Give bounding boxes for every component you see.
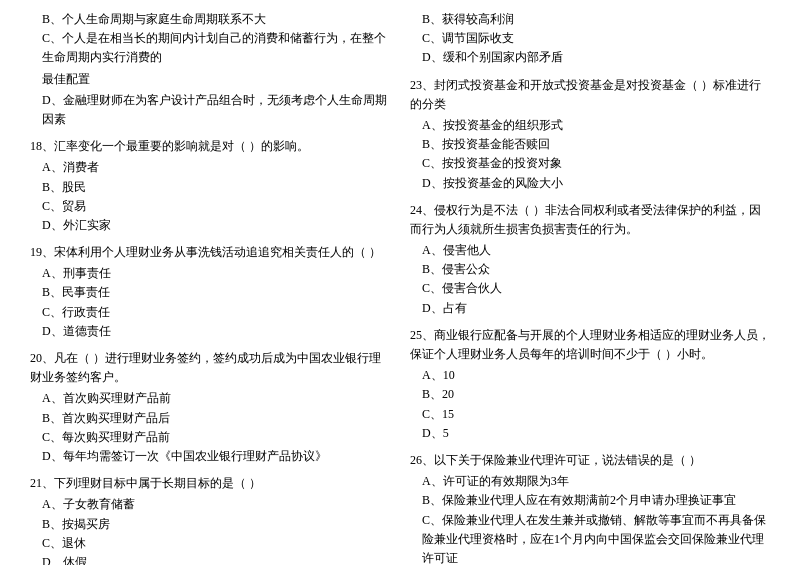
q19-d: D、道德责任 (30, 322, 390, 341)
right-intro-c: C、调节国际收支 (410, 29, 770, 48)
right-intro-d: D、缓和个别国家内部矛盾 (410, 48, 770, 67)
q18-title: 18、汇率变化一个最重要的影响就是对（ ）的影响。 (30, 137, 390, 156)
q24-b: B、侵害公众 (410, 260, 770, 279)
q19-c: C、行政责任 (30, 303, 390, 322)
question-25: 25、商业银行应配备与开展的个人理财业务相适应的理财业务人员，保证个人理财业务人… (410, 326, 770, 443)
q19-a: A、刑事责任 (30, 264, 390, 283)
q21-b: B、按揭买房 (30, 515, 390, 534)
q25-c: C、15 (410, 405, 770, 424)
left-column: B、个人生命周期与家庭生命周期联系不大 C、个人是在相当长的期间内计划自己的消费… (30, 10, 390, 565)
q19-b: B、民事责任 (30, 283, 390, 302)
right-intro-b: B、获得较高利润 (410, 10, 770, 29)
question-21: 21、下列理财目标中属于长期目标的是（ ） A、子女教育储蓄 B、按揭买房 C、… (30, 474, 390, 565)
q24-a: A、侵害他人 (410, 241, 770, 260)
page-container: B、个人生命周期与家庭生命周期联系不大 C、个人是在相当长的期间内计划自己的消费… (30, 10, 770, 565)
main-content: B、个人生命周期与家庭生命周期联系不大 C、个人是在相当长的期间内计划自己的消费… (30, 10, 770, 565)
q24-title: 24、侵权行为是不法（ ）非法合同权利或者受法律保护的利益，因而行为人须就所生损… (410, 201, 770, 239)
question-26: 26、以下关于保险兼业代理许可证，说法错误的是（ ） A、许可证的有效期限为3年… (410, 451, 770, 565)
right-intro-block: B、获得较高利润 C、调节国际收支 D、缓和个别国家内部矛盾 (410, 10, 770, 68)
q25-a: A、10 (410, 366, 770, 385)
q21-title: 21、下列理财目标中属于长期目标的是（ ） (30, 474, 390, 493)
q26-title: 26、以下关于保险兼业代理许可证，说法错误的是（ ） (410, 451, 770, 470)
q19-title: 19、宋体利用个人理财业务从事洗钱活动追追究相关责任人的（ ） (30, 243, 390, 262)
q20-d: D、每年均需签订一次《中国农业银行理财产品协议》 (30, 447, 390, 466)
question-18: 18、汇率变化一个最重要的影响就是对（ ）的影响。 A、消费者 B、股民 C、贸… (30, 137, 390, 235)
q20-b: B、首次购买理财产品后 (30, 409, 390, 428)
q18-c: C、贸易 (30, 197, 390, 216)
q23-a: A、按投资基金的组织形式 (410, 116, 770, 135)
q21-d: D、休假 (30, 553, 390, 565)
intro-line-d: D、金融理财师在为客户设计产品组合时，无须考虑个人生命周期因素 (30, 91, 390, 129)
q18-d: D、外汇实家 (30, 216, 390, 235)
q23-b: B、按投资基金能否赎回 (410, 135, 770, 154)
intro-block: B、个人生命周期与家庭生命周期联系不大 C、个人是在相当长的期间内计划自己的消费… (30, 10, 390, 129)
q23-c: C、按投资基金的投资对象 (410, 154, 770, 173)
q18-b: B、股民 (30, 178, 390, 197)
q20-title: 20、凡在（ ）进行理财业务签约，签约成功后成为中国农业银行理财业务签约客户。 (30, 349, 390, 387)
q24-c: C、侵害合伙人 (410, 279, 770, 298)
question-19: 19、宋体利用个人理财业务从事洗钱活动追追究相关责任人的（ ） A、刑事责任 B… (30, 243, 390, 341)
q26-c: C、保险兼业代理人在发生兼并或撤销、解散等事宜而不再具备保险兼业代理资格时，应在… (410, 511, 770, 566)
q21-a: A、子女教育储蓄 (30, 495, 390, 514)
q24-d: D、占有 (410, 299, 770, 318)
q26-a: A、许可证的有效期限为3年 (410, 472, 770, 491)
q23-d: D、按投资基金的风险大小 (410, 174, 770, 193)
intro-line-b: B、个人生命周期与家庭生命周期联系不大 (30, 10, 390, 29)
q20-a: A、首次购买理财产品前 (30, 389, 390, 408)
question-23: 23、封闭式投资基金和开放式投资基金是对投资基金（ ）标准进行的分类 A、按投资… (410, 76, 770, 193)
question-24: 24、侵权行为是不法（ ）非法合同权利或者受法律保护的利益，因而行为人须就所生损… (410, 201, 770, 318)
q26-b: B、保险兼业代理人应在有效期满前2个月申请办理换证事宜 (410, 491, 770, 510)
q18-a: A、消费者 (30, 158, 390, 177)
q20-c: C、每次购买理财产品前 (30, 428, 390, 447)
q25-d: D、5 (410, 424, 770, 443)
question-20: 20、凡在（ ）进行理财业务签约，签约成功后成为中国农业银行理财业务签约客户。 … (30, 349, 390, 466)
q21-c: C、退休 (30, 534, 390, 553)
q23-title: 23、封闭式投资基金和开放式投资基金是对投资基金（ ）标准进行的分类 (410, 76, 770, 114)
q25-b: B、20 (410, 385, 770, 404)
intro-line-c: C、个人是在相当长的期间内计划自己的消费和储蓄行为，在整个生命周期内实行消费的 (30, 29, 390, 67)
intro-line-c2: 最佳配置 (30, 70, 390, 89)
q25-title: 25、商业银行应配备与开展的个人理财业务相适应的理财业务人员，保证个人理财业务人… (410, 326, 770, 364)
right-column: B、获得较高利润 C、调节国际收支 D、缓和个别国家内部矛盾 23、封闭式投资基… (410, 10, 770, 565)
